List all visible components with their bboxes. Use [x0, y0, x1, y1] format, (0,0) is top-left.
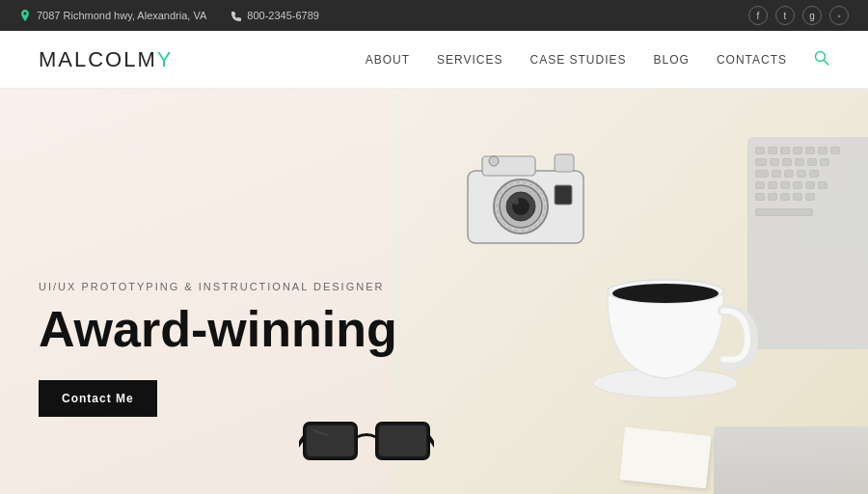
topbar: 7087 Richmond hwy, Alexandria, VA 800-23…	[0, 0, 868, 31]
logo-accent: Y	[157, 47, 174, 71]
address-item: 7087 Richmond hwy, Alexandria, VA	[19, 10, 206, 21]
contact-me-button[interactable]: Contact me	[39, 380, 157, 417]
hero-subtitle: UI/UX PROTOTYPING & INSTRUCTIONAL DESIGN…	[39, 281, 397, 292]
facebook-icon[interactable]: f	[748, 6, 768, 25]
camera-object	[453, 137, 598, 266]
navbar: MALCOLMY ABOUT SERVICES CASE STUDIES BLO…	[0, 31, 868, 89]
svg-rect-19	[379, 425, 426, 456]
rss-icon[interactable]: ◦	[829, 6, 849, 25]
svg-point-9	[489, 156, 499, 166]
site-logo[interactable]: MALCOLMY	[39, 47, 173, 72]
hero-section: UI/UX PROTOTYPING & INSTRUCTIONAL DESIGN…	[0, 89, 868, 494]
nav-blog[interactable]: BLOG	[654, 53, 690, 67]
nav-contacts[interactable]: CONTACTS	[717, 53, 787, 67]
topbar-social: f t g ◦	[748, 6, 849, 25]
nav-services[interactable]: SERVICES	[437, 53, 502, 67]
phone-icon	[230, 10, 241, 21]
topbar-left: 7087 Richmond hwy, Alexandria, VA 800-23…	[19, 10, 319, 21]
laptop-base	[714, 426, 868, 494]
googleplus-icon[interactable]: g	[802, 6, 822, 25]
phone-text: 800-2345-6789	[247, 10, 319, 21]
svg-rect-11	[555, 185, 572, 205]
glasses-object	[299, 408, 434, 494]
search-icon[interactable]	[814, 50, 829, 69]
svg-point-15	[612, 284, 719, 303]
logo-text: MALCOLM	[39, 47, 157, 71]
phone-item: 800-2345-6789	[230, 10, 319, 21]
nav-case-studies[interactable]: CASE STUDIES	[530, 53, 627, 67]
svg-rect-10	[555, 154, 574, 172]
nav-links: ABOUT SERVICES CASE STUDIES BLOG CONTACT…	[366, 50, 829, 69]
nav-about[interactable]: ABOUT	[366, 53, 410, 67]
svg-line-1	[825, 60, 829, 65]
hero-content: UI/UX PROTOTYPING & INSTRUCTIONAL DESIGN…	[39, 281, 397, 417]
address-text: 7087 Richmond hwy, Alexandria, VA	[37, 10, 206, 21]
twitter-icon[interactable]: t	[775, 6, 795, 25]
paper-document	[619, 426, 711, 488]
svg-point-8	[513, 199, 519, 205]
location-icon	[19, 10, 31, 21]
hero-title: Award-winning	[39, 302, 397, 357]
coffee-cup	[579, 214, 772, 411]
